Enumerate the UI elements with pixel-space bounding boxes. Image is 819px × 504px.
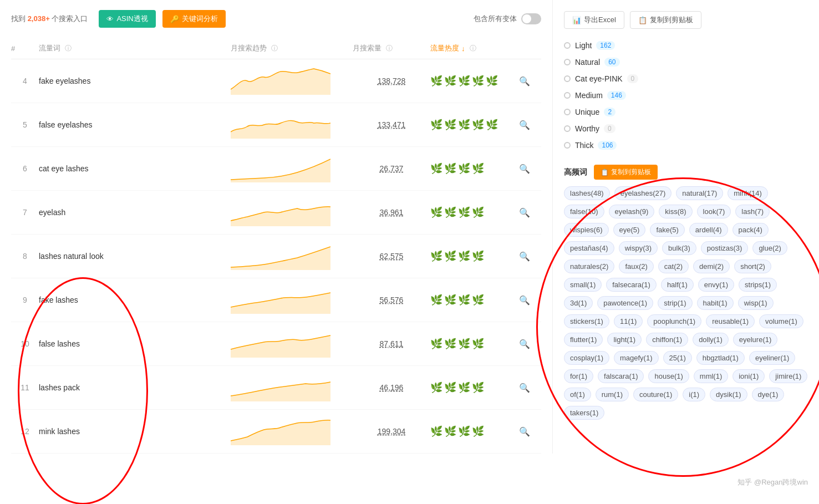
watermark: 知乎 @Regan跨境win bbox=[737, 477, 808, 487]
copy-clipboard-button[interactable]: 📋 复制到剪贴板 bbox=[630, 11, 701, 29]
freq-tag[interactable]: dye(1) bbox=[752, 388, 785, 401]
freq-tag[interactable]: couture(1) bbox=[633, 388, 678, 401]
filter-radio[interactable] bbox=[564, 75, 571, 82]
freq-tag[interactable]: lashes(48) bbox=[564, 186, 610, 200]
search-icon[interactable]: 🔍 bbox=[519, 207, 541, 218]
freq-tag[interactable]: 11(1) bbox=[614, 314, 643, 328]
freq-tag[interactable]: 25(1) bbox=[663, 351, 692, 365]
row-keyword: lashes natural look bbox=[39, 252, 231, 261]
freq-tag[interactable]: volume(1) bbox=[759, 314, 803, 328]
search-icon[interactable]: 🔍 bbox=[519, 164, 541, 174]
freq-tag[interactable]: house(1) bbox=[648, 369, 689, 383]
freq-tag[interactable]: jimire(1) bbox=[769, 369, 807, 383]
freq-tag[interactable]: cosplay(1) bbox=[564, 351, 609, 365]
freq-tag[interactable]: kiss(8) bbox=[659, 205, 692, 218]
freq-tag[interactable]: small(1) bbox=[564, 278, 602, 292]
freq-tag[interactable]: ioni(1) bbox=[732, 369, 765, 383]
filter-item[interactable]: Medium 146 bbox=[564, 87, 808, 104]
freq-copy-button[interactable]: 📋 复制到剪贴板 bbox=[594, 165, 658, 180]
freq-tag[interactable]: hbgztlad(1) bbox=[696, 351, 745, 365]
heat-leaf: 🌿 bbox=[430, 425, 442, 437]
freq-tag[interactable]: habit(1) bbox=[697, 296, 734, 310]
freq-tag[interactable]: false(10) bbox=[564, 205, 604, 218]
freq-tag[interactable]: rum(1) bbox=[596, 388, 629, 401]
filter-item[interactable]: Unique 2 bbox=[564, 104, 808, 120]
freq-tag[interactable]: stickers(1) bbox=[564, 314, 609, 328]
freq-tag[interactable]: fake(5) bbox=[650, 223, 684, 237]
filter-radio[interactable] bbox=[564, 125, 571, 132]
keywords-button[interactable]: 🔑 关键词分析 bbox=[162, 10, 226, 28]
freq-tag[interactable]: glue(2) bbox=[752, 241, 787, 255]
freq-tag[interactable]: lash(7) bbox=[735, 205, 770, 218]
freq-tag[interactable]: eyelash(9) bbox=[609, 205, 655, 218]
freq-tag[interactable]: chiffon(1) bbox=[646, 333, 688, 347]
filter-radio[interactable] bbox=[564, 42, 571, 49]
freq-tag[interactable]: envy(1) bbox=[698, 278, 734, 292]
freq-tag[interactable]: pooplunch(1) bbox=[647, 314, 701, 328]
row-number: 8 bbox=[11, 252, 39, 261]
freq-tag[interactable]: mml(1) bbox=[694, 369, 728, 383]
freq-tag[interactable]: dolly(1) bbox=[693, 333, 729, 347]
freq-tag[interactable]: of(1) bbox=[564, 388, 591, 401]
freq-tag[interactable]: wispies(6) bbox=[564, 223, 609, 237]
freq-tag[interactable]: wisp(1) bbox=[738, 296, 774, 310]
filter-radio[interactable] bbox=[564, 92, 571, 99]
filter-label: Light bbox=[575, 41, 592, 50]
filter-item[interactable]: Natural 60 bbox=[564, 54, 808, 70]
freq-tag[interactable]: eyelashes(27) bbox=[614, 186, 672, 200]
asin-button[interactable]: 👁 ASIN透视 bbox=[99, 10, 155, 28]
row-heat: 🌿🌿🌿🌿 bbox=[430, 250, 519, 262]
search-icon[interactable]: 🔍 bbox=[519, 339, 541, 349]
freq-tag[interactable]: magefy(1) bbox=[614, 351, 659, 365]
search-icon[interactable]: 🔍 bbox=[519, 120, 541, 130]
freq-tag[interactable]: eye(5) bbox=[613, 223, 646, 237]
freq-tag[interactable]: strip(1) bbox=[658, 296, 692, 310]
freq-tag[interactable]: postizas(3) bbox=[701, 241, 749, 255]
filter-radio[interactable] bbox=[564, 109, 571, 115]
search-icon[interactable]: 🔍 bbox=[519, 426, 541, 437]
variants-toggle[interactable] bbox=[521, 13, 541, 24]
freq-tag[interactable]: ardell(4) bbox=[689, 223, 728, 237]
freq-tag[interactable]: short(2) bbox=[734, 259, 771, 273]
freq-tag[interactable]: falscara(1) bbox=[598, 369, 644, 383]
search-icon[interactable]: 🔍 bbox=[519, 383, 541, 393]
filter-item[interactable]: Light 162 bbox=[564, 37, 808, 54]
freq-tag[interactable]: half(1) bbox=[661, 278, 694, 292]
freq-tag[interactable]: mink(14) bbox=[728, 186, 768, 200]
filter-label: Medium bbox=[575, 91, 603, 100]
freq-tag[interactable]: bulk(3) bbox=[662, 241, 696, 255]
search-icon[interactable]: 🔍 bbox=[519, 295, 541, 306]
filter-radio[interactable] bbox=[564, 59, 571, 65]
export-excel-button[interactable]: 📊 导出Excel bbox=[564, 11, 624, 29]
freq-tag[interactable]: dysik(1) bbox=[710, 388, 747, 401]
col-heat[interactable]: 流量热度 ↓ ⓘ bbox=[430, 43, 519, 53]
freq-tag[interactable]: i(1) bbox=[683, 388, 705, 401]
freq-tag[interactable]: falsecara(1) bbox=[606, 278, 657, 292]
freq-tag[interactable]: takers(1) bbox=[564, 406, 604, 420]
freq-tag[interactable]: wispy(3) bbox=[619, 241, 658, 255]
freq-tag[interactable]: eyeliner(1) bbox=[749, 351, 795, 365]
freq-tag[interactable]: strips(1) bbox=[739, 278, 777, 292]
heat-leaf: 🌿 bbox=[472, 75, 484, 87]
freq-tag[interactable]: pestañas(4) bbox=[564, 241, 614, 255]
freq-tag[interactable]: reusable(1) bbox=[706, 314, 755, 328]
filter-radio[interactable] bbox=[564, 142, 571, 149]
freq-tag[interactable]: naturales(2) bbox=[564, 259, 614, 273]
filter-item[interactable]: Cat eye-PINK 0 bbox=[564, 70, 808, 87]
filter-item[interactable]: Thick 106 bbox=[564, 137, 808, 154]
freq-tag[interactable]: light(1) bbox=[607, 333, 642, 347]
filter-item[interactable]: Worthy 0 bbox=[564, 120, 808, 137]
freq-tag[interactable]: demi(2) bbox=[693, 259, 730, 273]
freq-tag[interactable]: cat(2) bbox=[658, 259, 689, 273]
freq-tag[interactable]: eyelure(1) bbox=[733, 333, 778, 347]
freq-tag[interactable]: faux(2) bbox=[619, 259, 653, 273]
search-icon[interactable]: 🔍 bbox=[519, 76, 541, 86]
freq-tag[interactable]: pack(4) bbox=[732, 223, 769, 237]
freq-tag[interactable]: pawotence(1) bbox=[597, 296, 653, 310]
search-icon[interactable]: 🔍 bbox=[519, 251, 541, 262]
freq-tag[interactable]: look(7) bbox=[697, 205, 731, 218]
freq-tag[interactable]: 3d(1) bbox=[564, 296, 593, 310]
freq-tag[interactable]: for(1) bbox=[564, 369, 593, 383]
freq-tag[interactable]: natural(17) bbox=[676, 186, 723, 200]
freq-tag[interactable]: flutter(1) bbox=[564, 333, 603, 347]
